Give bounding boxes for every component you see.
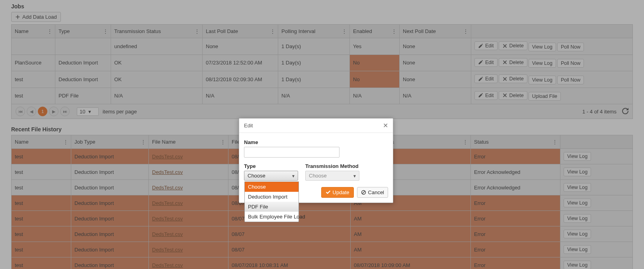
name-field[interactable] <box>244 147 340 158</box>
caret-down-icon: ▼ <box>291 173 295 178</box>
check-icon <box>326 190 331 195</box>
dialog-title: Edit <box>244 123 253 129</box>
type-option[interactable]: PDF File <box>245 202 299 212</box>
edit-dialog: Edit ✕ Name Type Choose ▼ ChooseDeductio… <box>239 118 393 203</box>
type-option[interactable]: Deduction Import <box>245 192 299 202</box>
svg-line-1 <box>362 191 365 194</box>
cancel-button[interactable]: Cancel <box>357 187 388 198</box>
type-option[interactable]: Choose <box>245 182 299 192</box>
method-label: Transmission Method <box>305 163 359 169</box>
type-dropdown: ChooseDeduction ImportPDF FileBulk Emplo… <box>244 181 299 222</box>
caret-down-icon: ▼ <box>353 173 357 178</box>
type-select[interactable]: Choose ▼ ChooseDeduction ImportPDF FileB… <box>244 171 298 181</box>
name-label: Name <box>244 139 388 145</box>
update-button[interactable]: Update <box>321 187 354 198</box>
transmission-method-select[interactable]: Choose ▼ <box>305 171 359 181</box>
type-label: Type <box>244 163 298 169</box>
type-option[interactable]: Bulk Employee File Load <box>245 212 299 222</box>
cancel-icon <box>361 190 366 195</box>
close-icon[interactable]: ✕ <box>383 122 388 129</box>
